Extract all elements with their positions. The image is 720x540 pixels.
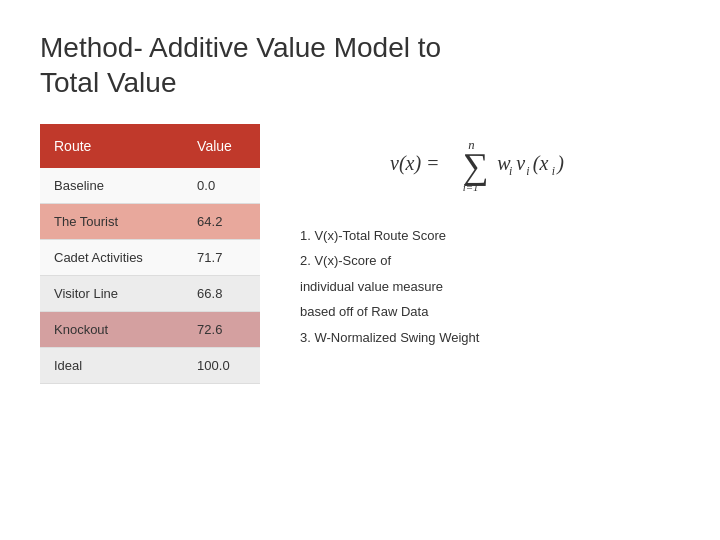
svg-text:(x: (x [533,152,549,175]
svg-text:n: n [468,138,474,152]
title-line-1: Method- Additive Value Model to [40,32,441,63]
right-section: v(x) = ∑ n i=1 w i v i (x i ) [300,124,680,351]
table-row: Visitor Line66.8 [40,276,260,312]
cell-value: 100.0 [183,348,260,384]
table-section: Route Value Baseline0.0The Tourist64.2Ca… [40,124,260,384]
svg-text:v(x) =: v(x) = [390,152,440,175]
svg-text:): ) [556,152,564,175]
table-row: The Tourist64.2 [40,204,260,240]
column-header-route: Route [40,124,183,168]
page-title: Method- Additive Value Model to Total Va… [40,30,680,100]
formula-box: v(x) = ∑ n i=1 w i v i (x i ) [300,124,680,204]
svg-text:v: v [516,152,525,174]
cell-value: 0.0 [183,168,260,204]
legend-item-2c: based off of Raw Data [300,300,680,323]
cell-value: 64.2 [183,204,260,240]
cell-value: 72.6 [183,312,260,348]
cell-route: Knockout [40,312,183,348]
svg-text:∑: ∑ [463,146,489,186]
legend-item-3: 3. W-Normalized Swing Weight [300,326,680,349]
svg-text:i: i [509,164,512,178]
cell-route: Cadet Activities [40,240,183,276]
content-area: Route Value Baseline0.0The Tourist64.2Ca… [40,124,680,384]
table-row: Knockout72.6 [40,312,260,348]
table-row: Cadet Activities71.7 [40,240,260,276]
cell-value: 71.7 [183,240,260,276]
page-container: Method- Additive Value Model to Total Va… [0,0,720,540]
legend-item-2: 2. V(x)-Score of [300,249,680,272]
cell-value: 66.8 [183,276,260,312]
cell-route: The Tourist [40,204,183,240]
title-line-2: Total Value [40,67,176,98]
cell-route: Ideal [40,348,183,384]
column-header-value: Value [183,124,260,168]
legend-item-1: 1. V(x)-Total Route Score [300,224,680,247]
legend-item-2b: individual value measure [300,275,680,298]
table-row: Ideal100.0 [40,348,260,384]
table-row: Baseline0.0 [40,168,260,204]
route-value-table: Route Value Baseline0.0The Tourist64.2Ca… [40,124,260,384]
svg-text:i: i [526,164,529,178]
svg-text:i: i [552,164,555,178]
formula-svg: v(x) = ∑ n i=1 w i v i (x i ) [390,129,590,199]
table-header-row: Route Value [40,124,260,168]
svg-text:i=1: i=1 [463,181,479,193]
cell-route: Baseline [40,168,183,204]
cell-route: Visitor Line [40,276,183,312]
legend-text: 1. V(x)-Total Route Score 2. V(x)-Score … [300,224,680,351]
